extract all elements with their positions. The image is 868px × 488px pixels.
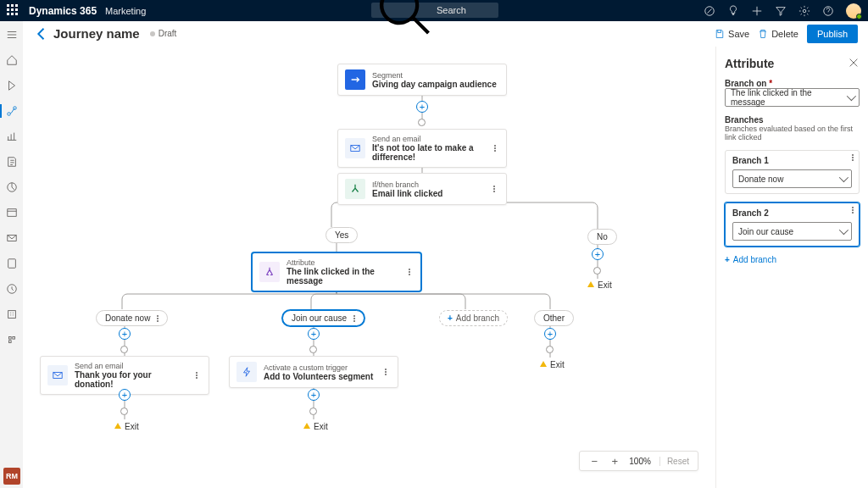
global-topbar: Dynamics 365 Marketing <box>0 0 868 21</box>
branch-2-label: Branch 2 <box>732 208 852 218</box>
chevron-down-icon <box>847 92 856 101</box>
svg-rect-8 <box>8 311 15 319</box>
add-button[interactable]: + <box>592 248 604 260</box>
nav-email[interactable] <box>0 230 23 247</box>
exit-label: Exit <box>540 360 565 369</box>
branch-more-icon[interactable] <box>852 154 854 161</box>
branch-on-label: Branch on <box>725 79 860 88</box>
other-pill[interactable]: Other <box>534 310 574 326</box>
branch-pill-donate[interactable]: Donate now <box>96 310 168 326</box>
branch-more-icon[interactable] <box>852 207 854 214</box>
add-button[interactable]: + <box>119 328 131 340</box>
back-button[interactable] <box>33 25 50 42</box>
connector-dot <box>120 346 128 353</box>
settings-icon[interactable] <box>798 5 810 17</box>
help-icon[interactable] <box>822 5 834 17</box>
yes-pill[interactable]: Yes <box>326 227 358 243</box>
node-attribute[interactable]: AttributeThe link clicked in the message <box>252 252 421 291</box>
svg-rect-10 <box>12 337 14 340</box>
global-search[interactable] <box>371 3 498 18</box>
nav-segments[interactable] <box>0 179 23 196</box>
add-button[interactable]: + <box>544 328 556 340</box>
add-button[interactable]: + <box>119 389 131 401</box>
chevron-down-icon <box>839 225 849 235</box>
nav-library[interactable] <box>0 204 23 221</box>
zoom-control: − + 100% Reset <box>579 451 698 471</box>
add-button[interactable]: + <box>308 328 320 340</box>
node-more-icon[interactable] <box>381 369 391 375</box>
journey-canvas[interactable]: SegmentGiving day campaign audience + Se… <box>23 47 715 488</box>
branch-2-select[interactable]: Join our cause <box>732 222 852 241</box>
brand-title: Dynamics 365 <box>29 5 97 17</box>
connector-dot <box>418 119 426 126</box>
nav-ellipsis[interactable] <box>0 331 23 348</box>
assistant-icon[interactable] <box>704 5 715 17</box>
connector-dot <box>593 267 601 274</box>
page-header: Journey name Draft Save Delete Publish <box>23 21 868 47</box>
filter-icon[interactable] <box>775 5 787 17</box>
zoom-reset-button[interactable]: Reset <box>659 457 689 466</box>
close-icon[interactable] <box>848 57 860 69</box>
branches-heading: Branches <box>725 115 860 125</box>
add-button[interactable]: + <box>308 389 320 401</box>
nav-journeys[interactable] <box>0 103 23 119</box>
topbar-actions <box>704 3 861 19</box>
lightbulb-icon[interactable] <box>727 5 739 17</box>
journey-title[interactable]: Journey name <box>53 26 140 41</box>
plus-icon[interactable] <box>751 5 763 17</box>
publish-button[interactable]: Publish <box>807 25 858 43</box>
nav-home[interactable] <box>0 52 23 69</box>
nav-triggers[interactable] <box>0 77 23 94</box>
branch-2-box[interactable]: Branch 2 Join our cause <box>725 202 860 247</box>
nav-pages[interactable] <box>0 255 23 272</box>
left-nav-rail: RM <box>0 21 23 488</box>
node-more-icon[interactable] <box>404 269 414 275</box>
save-button[interactable]: Save <box>715 29 749 39</box>
zoom-out-button[interactable]: − <box>588 455 600 467</box>
nav-org[interactable] <box>0 306 23 323</box>
branch-1-box[interactable]: Branch 1 Donate now <box>725 150 860 194</box>
node-more-icon[interactable] <box>489 186 499 192</box>
search-input[interactable] <box>437 5 493 15</box>
add-button[interactable]: + <box>416 101 428 113</box>
nav-menu[interactable] <box>0 26 23 43</box>
branch-1-label: Branch 1 <box>732 156 852 165</box>
svg-point-1 <box>803 9 806 13</box>
exit-label: Exit <box>587 280 612 290</box>
svg-rect-6 <box>8 259 15 269</box>
node-more-icon[interactable] <box>492 145 499 152</box>
persona-badge[interactable]: RM <box>3 468 20 485</box>
user-avatar[interactable] <box>846 3 861 19</box>
node-audience[interactable]: SegmentGiving day campaign audience <box>337 64 507 96</box>
node-email-1[interactable]: Send an emailIt's not too late to make a… <box>337 129 507 168</box>
node-trigger[interactable]: Activate a custom triggerAdd to Voluntee… <box>229 356 398 388</box>
connector-dot <box>309 346 317 353</box>
zoom-in-button[interactable]: + <box>609 455 620 467</box>
branch-pill-join[interactable]: Join our cause <box>282 310 364 326</box>
panel-title: Attribute <box>725 57 860 70</box>
exit-label: Exit <box>114 422 139 431</box>
delete-button[interactable]: Delete <box>758 29 798 39</box>
add-branch-node[interactable]: +Add branch <box>439 310 508 326</box>
connector-dot <box>309 408 317 415</box>
branches-subtext: Branches evaluated based on the first li… <box>725 125 860 141</box>
zoom-value: 100% <box>629 457 651 466</box>
connector-dot <box>120 408 128 415</box>
nav-forms[interactable] <box>0 153 23 170</box>
app-launcher-icon[interactable] <box>7 4 20 18</box>
svg-rect-11 <box>8 341 11 343</box>
presence-indicator <box>856 14 862 19</box>
no-pill[interactable]: No <box>587 229 617 245</box>
exit-label: Exit <box>303 422 328 431</box>
chevron-down-icon <box>839 173 849 182</box>
branch-1-select[interactable]: Donate now <box>732 169 852 188</box>
branch-on-select[interactable]: The link clicked in the message <box>725 88 860 107</box>
status-badge: Draft <box>150 29 177 38</box>
nav-analytics[interactable] <box>0 128 23 145</box>
svg-point-3 <box>7 113 10 116</box>
connector-dot <box>546 346 554 353</box>
node-ifthen[interactable]: If/then branchEmail link clicked <box>337 173 507 205</box>
add-branch-button[interactable]: +Add branch <box>725 255 860 264</box>
node-more-icon[interactable] <box>192 372 202 379</box>
nav-clock[interactable] <box>0 280 23 297</box>
